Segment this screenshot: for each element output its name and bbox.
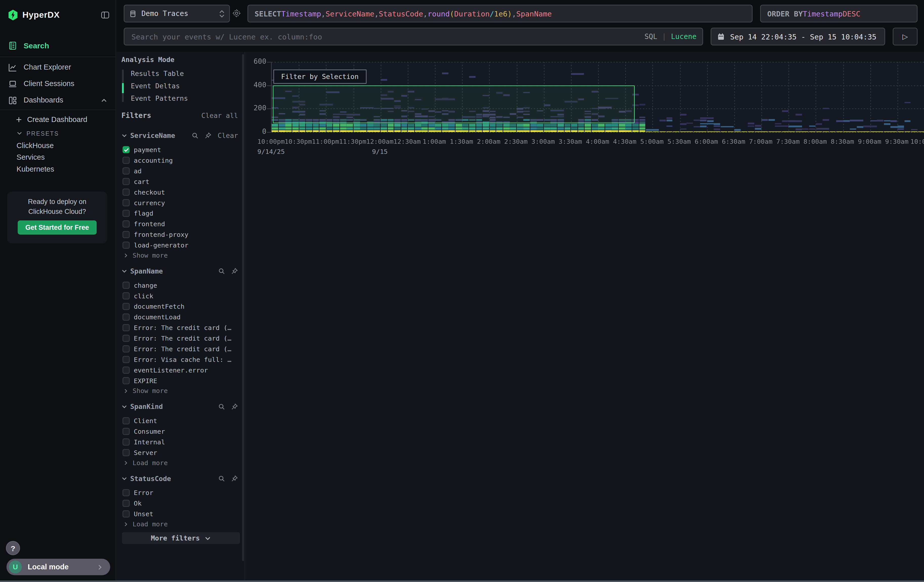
filter-option-error-the-credit-card-[interactable]: Error: The credit card (… bbox=[116, 322, 245, 333]
chevron-down-icon[interactable] bbox=[121, 476, 127, 481]
filter-option-documentload[interactable]: documentLoad bbox=[116, 312, 245, 322]
get-started-button[interactable]: Get Started for Free bbox=[18, 220, 97, 234]
analysis-mode-results-table[interactable]: Results Table bbox=[122, 67, 240, 80]
filter-option-cart[interactable]: cart bbox=[116, 176, 245, 187]
presets-toggle[interactable]: PRESETS bbox=[0, 127, 116, 139]
run-query-button[interactable]: ▷ bbox=[893, 28, 918, 45]
checkbox[interactable] bbox=[122, 146, 130, 153]
preset-clickhouse[interactable]: ClickHouse bbox=[0, 140, 116, 152]
language-toggle[interactable]: SQL | Lucene bbox=[644, 32, 696, 41]
checkbox[interactable] bbox=[122, 178, 130, 185]
filter-by-selection-button[interactable]: Filter by Selection bbox=[274, 69, 366, 84]
filter-option-error[interactable]: Error bbox=[116, 487, 245, 498]
checkbox[interactable] bbox=[122, 417, 130, 424]
checkbox[interactable] bbox=[122, 449, 130, 456]
checkbox[interactable] bbox=[122, 157, 130, 164]
sidebar-collapse-button[interactable] bbox=[101, 10, 110, 19]
filter-option-accounting[interactable]: accounting bbox=[116, 155, 245, 166]
sidebar-item-client-sessions[interactable]: Client Sessions bbox=[0, 76, 116, 92]
checkbox[interactable] bbox=[122, 199, 130, 206]
help-button[interactable]: ? bbox=[6, 541, 20, 555]
pin-icon[interactable] bbox=[205, 132, 212, 139]
filter-option-server[interactable]: Server bbox=[116, 447, 245, 458]
checkbox[interactable] bbox=[122, 242, 130, 249]
sidebar-item-search[interactable]: Search bbox=[0, 36, 116, 54]
filter-option-error-the-credit-card-[interactable]: Error: The credit card (… bbox=[116, 344, 245, 354]
search-icon[interactable] bbox=[218, 267, 225, 275]
filter-option-frontend[interactable]: frontend bbox=[116, 219, 245, 229]
checkbox[interactable] bbox=[122, 292, 130, 299]
checkbox[interactable] bbox=[122, 356, 130, 363]
clear-all-button[interactable]: Clear all bbox=[201, 111, 238, 120]
filter-option-payment[interactable]: payment bbox=[116, 145, 245, 155]
checkbox[interactable] bbox=[122, 282, 130, 289]
sql-select-input[interactable]: SELECT Timestamp, ServiceName, StatusCod… bbox=[248, 5, 752, 23]
filter-option-ok[interactable]: Ok bbox=[116, 498, 245, 509]
filter-option-consumer[interactable]: Consumer bbox=[116, 426, 245, 437]
filter-option-checkout[interactable]: checkout bbox=[116, 187, 245, 197]
filter-option-client[interactable]: Client bbox=[116, 415, 245, 426]
filter-option-error-visa-cache-full-[interactable]: Error: Visa cache full: … bbox=[116, 354, 245, 365]
horizontal-scrollbar[interactable] bbox=[0, 580, 924, 582]
sidebar-item-dashboards[interactable]: Dashboards bbox=[0, 92, 116, 108]
filter-option-frontend-proxy[interactable]: frontend-proxy bbox=[116, 229, 245, 240]
chevron-down-icon[interactable] bbox=[121, 268, 127, 274]
checkbox[interactable] bbox=[122, 345, 130, 353]
preset-services[interactable]: Services bbox=[0, 152, 116, 163]
checkbox[interactable] bbox=[122, 188, 130, 196]
checkbox[interactable] bbox=[122, 313, 130, 321]
checkbox[interactable] bbox=[122, 367, 130, 374]
checkbox[interactable] bbox=[122, 377, 130, 384]
load-more-button[interactable]: Load more bbox=[116, 519, 245, 529]
pin-icon[interactable] bbox=[231, 267, 238, 275]
filter-option-load-generator[interactable]: load-generator bbox=[116, 240, 245, 251]
checkbox[interactable] bbox=[122, 500, 130, 507]
chevron-down-icon[interactable] bbox=[121, 133, 127, 138]
checkbox[interactable] bbox=[122, 324, 130, 331]
checkbox[interactable] bbox=[122, 231, 130, 238]
checkbox[interactable] bbox=[122, 210, 130, 217]
analysis-mode-event-deltas[interactable]: Event Deltas bbox=[122, 79, 240, 92]
filter-option-documentfetch[interactable]: documentFetch bbox=[116, 301, 245, 312]
pin-icon[interactable] bbox=[231, 403, 238, 410]
create-dashboard-button[interactable]: Create Dashboard bbox=[0, 113, 116, 126]
checkbox[interactable] bbox=[122, 489, 130, 496]
filter-option-internal[interactable]: Internal bbox=[116, 437, 245, 447]
chevron-up-icon[interactable] bbox=[101, 97, 107, 104]
preset-kubernetes[interactable]: Kubernetes bbox=[0, 163, 116, 175]
checkbox[interactable] bbox=[122, 428, 130, 435]
show-more-button[interactable]: Show more bbox=[116, 251, 245, 260]
checkbox[interactable] bbox=[122, 167, 130, 174]
filter-option-error-the-credit-card-[interactable]: Error: The credit card (… bbox=[116, 333, 245, 344]
sidebar-item-chart-explorer[interactable]: Chart Explorer bbox=[0, 59, 116, 76]
time-range-picker[interactable]: Sep 14 22:04:35 - Sep 15 10:04:35 bbox=[711, 28, 885, 45]
checkbox[interactable] bbox=[122, 510, 130, 518]
user-menu[interactable]: U Local mode bbox=[7, 559, 110, 575]
analysis-mode-event-patterns[interactable]: Event Patterns bbox=[122, 92, 240, 104]
sql-toggle[interactable]: SQL bbox=[644, 32, 657, 41]
search-icon[interactable] bbox=[192, 132, 199, 139]
checkbox[interactable] bbox=[122, 303, 130, 310]
search-icon[interactable] bbox=[218, 475, 225, 482]
filter-option-ad[interactable]: ad bbox=[116, 165, 245, 176]
show-more-button[interactable]: Show more bbox=[116, 386, 245, 396]
sql-orderby-input[interactable]: ORDER BY Timestamp DESC bbox=[760, 5, 918, 23]
gear-icon[interactable] bbox=[232, 9, 241, 18]
pin-icon[interactable] bbox=[231, 475, 238, 482]
checkbox[interactable] bbox=[122, 439, 130, 445]
chevron-down-icon[interactable] bbox=[121, 404, 127, 409]
filter-option-flagd[interactable]: flagd bbox=[116, 208, 245, 219]
filters-scrollbar[interactable] bbox=[242, 54, 244, 561]
source-select[interactable]: Demo Traces bbox=[124, 5, 230, 23]
filter-option-expire[interactable]: EXPIRE bbox=[116, 376, 245, 386]
search-icon[interactable] bbox=[218, 403, 225, 410]
filter-option-currency[interactable]: currency bbox=[116, 197, 245, 208]
checkbox[interactable] bbox=[122, 220, 130, 228]
search-input[interactable] bbox=[130, 31, 640, 42]
more-filters-button[interactable]: More filters bbox=[122, 532, 240, 544]
checkbox[interactable] bbox=[122, 335, 130, 342]
load-more-button[interactable]: Load more bbox=[116, 458, 245, 468]
clear-filter-button[interactable]: Clear bbox=[218, 131, 238, 140]
filter-option-unset[interactable]: Unset bbox=[116, 509, 245, 519]
lucene-toggle[interactable]: Lucene bbox=[671, 32, 696, 41]
